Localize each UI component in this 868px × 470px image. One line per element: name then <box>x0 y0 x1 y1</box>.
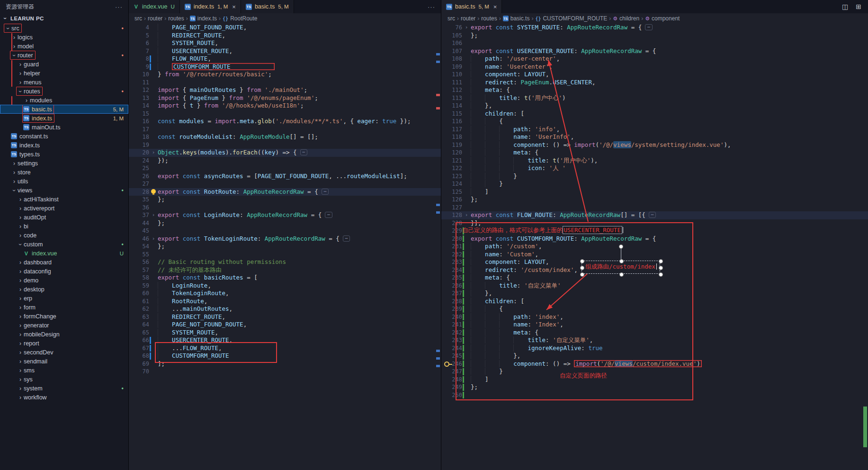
tree-item-bi[interactable]: ›bi <box>0 222 128 231</box>
code-line-27[interactable]: 27 <box>128 180 441 188</box>
breadcrumb-item-router[interactable]: router <box>461 15 475 22</box>
code-line-232[interactable]: 232 name: 'Custom', <box>441 251 868 259</box>
code-line-231[interactable]: 231 path: '/custom', <box>441 243 868 251</box>
annotation-textbox-selected[interactable]: 组成路由/custom/index <box>582 261 660 274</box>
code-line-238[interactable]: 238 children: [ <box>441 298 868 306</box>
code-line-59[interactable]: 59 LoginRoute, <box>128 282 441 290</box>
breadcrumb-item-RootRoute[interactable]: {}RootRoute <box>223 15 257 22</box>
selection-handle[interactable] <box>580 266 584 270</box>
tab-index.vue[interactable]: Vindex.vueU <box>128 0 180 13</box>
selection-handle[interactable] <box>580 259 584 263</box>
code-line-240[interactable]: 240 path: 'index', <box>441 313 868 321</box>
tab-basic.ts[interactable]: TSbasic.ts5, M <box>241 0 294 13</box>
breadcrumb-item-children[interactable]: ⚙children <box>613 15 639 22</box>
tree-item-guard[interactable]: ›guard <box>0 60 128 69</box>
code-line-243[interactable]: 243 title: '自定义菜单', <box>441 336 868 344</box>
code-line-14[interactable]: 14import { t } from '/@/hooks/web/useI18… <box>128 102 441 110</box>
code-line-36[interactable]: 36 <box>128 204 441 212</box>
code-line-20[interactable]: 20›Object.keys(modules).forEach((key) =>… <box>128 149 441 157</box>
breadcrumb-item-router[interactable]: router <box>148 15 162 22</box>
code-line-126[interactable]: 126}; <box>441 196 868 204</box>
tree-item-utils[interactable]: ›utils <box>0 177 128 186</box>
tree-item-formchange[interactable]: ›formChange <box>0 312 128 321</box>
code-line-248[interactable]: 248 ] <box>441 376 868 384</box>
code-line-55[interactable]: 55 <box>128 251 441 259</box>
code-line-66[interactable]: 66 USERCENTER_ROUTE, <box>128 336 441 344</box>
tree-item-settings[interactable]: ›settings <box>0 159 128 168</box>
code-line-17[interactable]: 17 <box>128 126 441 134</box>
code-line-68[interactable]: 68 CUSTOMFORM_ROUTE <box>128 352 441 360</box>
tree-item-auditopt[interactable]: ›auditOpt <box>0 213 128 222</box>
code-line-54[interactable]: 54}; <box>128 243 441 251</box>
code-line-121[interactable]: 121 title: t('用户中心'), <box>441 157 868 165</box>
tree-item-form[interactable]: ›form <box>0 303 128 312</box>
editor-right[interactable]: 76›export const SYSTEM_ROUTE: AppRouteRe… <box>441 24 868 470</box>
tree-item-model[interactable]: ›model <box>0 42 128 51</box>
code-line-56[interactable]: 56// Basic routing without permissions <box>128 258 441 266</box>
fold-chevron-icon[interactable]: › <box>149 149 158 157</box>
code-line-8[interactable]: 8 FLOW_ROUTE, <box>128 55 441 63</box>
folded-code-badge[interactable]: ⋯ <box>322 189 329 195</box>
code-line-7[interactable]: 7 USERCENTER_ROUTE, <box>128 47 441 55</box>
lightbulb-icon[interactable] <box>151 189 156 194</box>
selection-handle[interactable] <box>659 259 663 263</box>
code-line-69[interactable]: 69]; <box>128 360 441 368</box>
code-line-4[interactable]: 4 PAGE_NOT_FOUND_ROUTE, <box>128 24 441 32</box>
folded-code-badge[interactable]: ⋯ <box>300 149 307 155</box>
overview-ruler[interactable] <box>862 24 868 470</box>
editor-layout-icon[interactable]: ⊞ <box>856 3 861 10</box>
breadcrumb-item-CUSTOMFORM-ROUTE[interactable]: {}CUSTOMFORM_ROUTE <box>535 15 607 22</box>
tree-item-activereport[interactable]: ›activereport <box>0 204 128 213</box>
tree-item-modules[interactable]: ›modules <box>0 96 128 105</box>
code-line-61[interactable]: 61 RootRoute, <box>128 298 441 306</box>
code-line-116[interactable]: 116 { <box>441 118 868 126</box>
code-line-241[interactable]: 241 name: 'Index', <box>441 321 868 329</box>
tree-item-mobiledesign[interactable]: ›mobileDesign <box>0 330 128 339</box>
code-line-64[interactable]: 64 PAGE_NOT_FOUND_ROUTE, <box>128 321 441 329</box>
code-line-246[interactable]: 246 component: () => import('/@/views/cu… <box>441 360 868 368</box>
code-line-230[interactable]: 230export const CUSTOMFORM_ROUTE: AppRou… <box>441 235 868 243</box>
code-line-28[interactable]: 28export const RootRoute: AppRouteRecord… <box>128 188 441 196</box>
code-line-114[interactable]: 114 }, <box>441 102 868 110</box>
breadcrumb-item-component[interactable]: ⚙component <box>645 15 680 22</box>
tree-item-seconddev[interactable]: ›secondDev <box>0 348 128 357</box>
tree-item-dashboard[interactable]: ›dashboard <box>0 258 128 267</box>
code-line-108[interactable]: 108 path: '/user-center', <box>441 55 868 63</box>
code-line-65[interactable]: 65 SYSTEM_ROUTE, <box>128 329 441 337</box>
selection-handle[interactable] <box>619 272 624 277</box>
code-line-63[interactable]: 63 REDIRECT_ROUTE, <box>128 313 441 321</box>
code-line-13[interactable]: 13import { PageEnum } from '/@/enums/pag… <box>128 94 441 102</box>
code-line-110[interactable]: 110 component: LAYOUT, <box>441 71 868 79</box>
code-line-228[interactable]: 228}]; <box>441 219 868 227</box>
code-line-12[interactable]: 12import { mainOutRoutes } from './mainO… <box>128 86 441 94</box>
code-line-18[interactable]: 18const routeModuleList: AppRouteModule[… <box>128 133 441 141</box>
code-line-37[interactable]: 37›export const LoginRoute: AppRouteReco… <box>128 211 441 219</box>
split-editor-icon[interactable]: ◫ <box>842 3 848 10</box>
code-line-5[interactable]: 5 REDIRECT_ROUTE, <box>128 32 441 40</box>
tree-item-index.ts[interactable]: TSindex.ts1, M <box>0 114 128 123</box>
fold-chevron-icon[interactable]: › <box>149 211 158 219</box>
tree-item-sms[interactable]: ›sms <box>0 366 128 375</box>
code-line-229[interactable]: 229 <box>441 227 868 235</box>
code-line-24[interactable]: 24}); <box>128 157 441 165</box>
code-line-60[interactable]: 60 TokenLoginRoute, <box>128 289 441 298</box>
tree-item-constant.ts[interactable]: TSconstant.ts <box>0 132 128 141</box>
code-line-62[interactable]: 62 ...mainOutRoutes, <box>128 305 441 313</box>
fold-chevron-icon[interactable]: › <box>149 235 158 243</box>
fold-chevron-icon[interactable]: › <box>462 24 471 32</box>
close-icon[interactable]: × <box>232 3 236 10</box>
tree-item-logics[interactable]: ›logics <box>0 33 128 42</box>
tree-item-basic.ts[interactable]: TSbasic.ts5, M <box>0 105 128 114</box>
code-line-117[interactable]: 117 path: 'info', <box>441 126 868 134</box>
folded-code-badge[interactable]: ⋯ <box>649 212 656 218</box>
code-line-113[interactable]: 113 title: t('用户中心') <box>441 94 868 102</box>
code-line-70[interactable]: 70 <box>128 368 441 376</box>
folded-code-badge[interactable]: ⋯ <box>645 24 652 30</box>
code-line-245[interactable]: 245 }, <box>441 352 868 360</box>
tree-item-index.ts[interactable]: TSindex.ts <box>0 141 128 150</box>
code-line-250[interactable]: 250 <box>441 391 868 399</box>
code-line-111[interactable]: 111 redirect: PageEnum.USER_CENTER, <box>441 79 868 87</box>
code-line-124[interactable]: 124 } <box>441 180 868 188</box>
code-line-67[interactable]: 67 ...FLOW_ROUTE, <box>128 344 441 352</box>
explorer-more-icon[interactable]: ··· <box>115 3 123 10</box>
